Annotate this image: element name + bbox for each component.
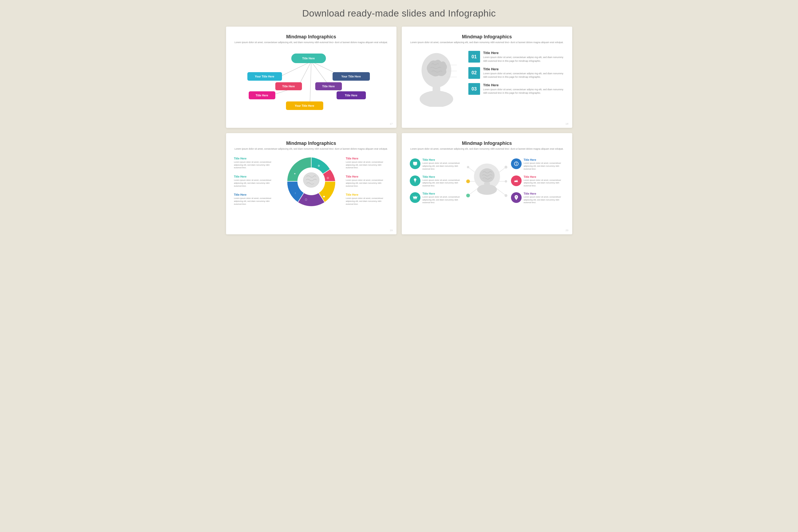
svg-point-44 <box>466 194 470 197</box>
list-item-2-text: Title Here Lorem ipsum dolor sit amet, c… <box>483 67 564 79</box>
net-left-2-text: Title Here Lorem ipsum dolor sit amet, c… <box>422 175 463 187</box>
node-right: Your Title Here <box>332 72 370 81</box>
net-right-3-icon <box>511 192 521 203</box>
net-right-2-text: Title Here Lorem ipsum dolor sit amet, c… <box>524 175 564 187</box>
svg-point-9 <box>420 91 453 107</box>
slide-2-title: Mindmap Infographics <box>410 34 564 40</box>
net-right-1-icon <box>511 158 521 169</box>
left-label-1-text: Lorem ipsum dolor sit amet, consectetuer… <box>234 161 277 169</box>
svg-point-45 <box>504 166 507 169</box>
slide-1-title: Mindmap Infographics <box>234 34 388 40</box>
node-far-left: Title Here <box>249 91 275 99</box>
list-item-1-text: Title Here Lorem ipsum dolor sit amet, c… <box>483 51 564 62</box>
right-label-2: Title Here Lorem ipsum dolor sit amet, c… <box>346 175 388 187</box>
badge-01: 01 <box>468 51 480 62</box>
net-right-3-text: Title Here Lorem ipsum dolor sit amet, c… <box>524 192 564 204</box>
slide-2-number: 18 <box>566 122 569 125</box>
net-left-1: Title Here Lorem ipsum dolor sit amet, c… <box>410 158 463 170</box>
list-item-3-title: Title Here <box>483 83 564 87</box>
node-left: Your Title Here <box>247 72 282 81</box>
net-left-2-icon <box>410 175 420 186</box>
svg-rect-29 <box>414 165 416 165</box>
slide-2-subtitle: Lorem ipsum dolor sit amet, consectetuer… <box>410 41 564 44</box>
list-item-3: 03 Title Here Lorem ipsum dolor sit amet… <box>468 83 564 95</box>
right-label-1-text: Lorem ipsum dolor sit amet, consectetuer… <box>346 161 388 169</box>
slide-4-subtitle: Lorem ipsum dolor sit amet, consectetuer… <box>410 147 564 150</box>
list-item-1: 01 Title Here Lorem ipsum dolor sit amet… <box>468 51 564 62</box>
wheel-center: ⚙ ◎ ◆ ⬡ ↑ ✦ <box>279 155 343 208</box>
slide-1-subtitle: Lorem ipsum dolor sit amet, consectetuer… <box>234 41 388 44</box>
node-far-right: Title Here <box>337 91 366 99</box>
svg-text:✦: ✦ <box>294 172 296 175</box>
badge-03: 03 <box>468 83 480 95</box>
svg-point-50 <box>477 185 497 195</box>
left-label-3: Title Here Lorem ipsum dolor sit amet, c… <box>234 193 277 206</box>
net-right-1-text: Title Here Lorem ipsum dolor sit amet, c… <box>524 158 564 170</box>
svg-point-48 <box>479 168 494 183</box>
slide-1: Mindmap Infographics Lorem ipsum dolor s… <box>226 26 397 128</box>
right-labels: Title Here Lorem ipsum dolor sit amet, c… <box>346 157 388 206</box>
slide-3: Mindmap Infographics Lorem ipsum dolor s… <box>226 133 397 234</box>
svg-line-5 <box>310 61 311 103</box>
net-left-3-text: Title Here Lorem ipsum dolor sit amet, c… <box>422 192 463 204</box>
svg-text:◆: ◆ <box>323 195 325 198</box>
slide-1-number: 17 <box>390 122 393 125</box>
net-right-2: Title Here Lorem ipsum dolor sit amet, c… <box>511 175 564 187</box>
right-label-1: Title Here Lorem ipsum dolor sit amet, c… <box>346 157 388 169</box>
network-left: Title Here Lorem ipsum dolor sit amet, c… <box>410 158 463 204</box>
wheel-layout: Title Here Lorem ipsum dolor sit amet, c… <box>234 155 388 208</box>
network-center <box>466 155 508 208</box>
svg-point-43 <box>466 179 470 183</box>
left-labels: Title Here Lorem ipsum dolor sit amet, c… <box>234 157 277 206</box>
right-label-2-title: Title Here <box>346 175 388 178</box>
list-item-2-desc: Lorem ipsum dolor sit amet, consectetuer… <box>483 72 564 79</box>
svg-point-37 <box>467 166 469 169</box>
slide-3-subtitle: Lorem ipsum dolor sit amet, consectetuer… <box>234 147 388 150</box>
left-label-1: Title Here Lorem ipsum dolor sit amet, c… <box>234 157 277 169</box>
brain-illustration <box>410 48 463 107</box>
left-label-2-text: Lorem ipsum dolor sit amet, consectetuer… <box>234 179 277 187</box>
slide-4: Mindmap Infographics Lorem ipsum dolor s… <box>402 133 572 234</box>
page-title: Download ready-made slides and Infograph… <box>5 8 793 19</box>
svg-text:◎: ◎ <box>326 176 329 179</box>
slide-4-title: Mindmap Infographics <box>410 140 564 146</box>
network-right: Title Here Lorem ipsum dolor sit amet, c… <box>511 158 564 204</box>
node-mid-left: Title Here <box>275 82 302 90</box>
svg-text:↑: ↑ <box>294 192 296 195</box>
left-label-3-text: Lorem ipsum dolor sit amet, consectetuer… <box>234 197 277 206</box>
net-left-1-icon <box>410 158 420 169</box>
svg-text:⬡: ⬡ <box>305 198 307 201</box>
network-layout: Title Here Lorem ipsum dolor sit amet, c… <box>410 155 564 208</box>
net-left-2: Title Here Lorem ipsum dolor sit amet, c… <box>410 175 463 187</box>
node-bottom: Your Title Here <box>286 101 323 110</box>
badge-02: 02 <box>468 67 480 79</box>
net-left-3: Title Here Lorem ipsum dolor sit amet, c… <box>410 192 463 204</box>
svg-rect-28 <box>413 162 417 165</box>
slide-2: Mindmap Infographics Lorem ipsum dolor s… <box>402 26 572 128</box>
left-label-2-title: Title Here <box>234 175 277 178</box>
right-label-3-title: Title Here <box>346 193 388 196</box>
net-right-2-icon <box>511 175 521 186</box>
left-label-1-title: Title Here <box>234 157 277 160</box>
list-item-2-title: Title Here <box>483 67 564 71</box>
slide-3-title: Mindmap Infographics <box>234 140 388 146</box>
slides-grid: Mindmap Infographics Lorem ipsum dolor s… <box>226 26 572 234</box>
left-label-3-title: Title Here <box>234 193 277 196</box>
right-label-1-title: Title Here <box>346 157 388 160</box>
slide-4-number: 20 <box>566 229 569 232</box>
svg-line-0 <box>278 61 311 77</box>
node-mid-right: Title Here <box>315 82 342 90</box>
net-right-1: Title Here Lorem ipsum dolor sit amet, c… <box>511 158 564 170</box>
node-center: Title Here <box>291 54 326 63</box>
list-item-1-title: Title Here <box>483 51 564 55</box>
svg-point-41 <box>505 180 507 183</box>
svg-point-46 <box>504 194 507 197</box>
net-left-3-icon <box>410 192 420 203</box>
svg-rect-30 <box>414 165 416 166</box>
right-label-2-text: Lorem ipsum dolor sit amet, consectetuer… <box>346 179 388 187</box>
net-right-3: Title Here Lorem ipsum dolor sit amet, c… <box>511 192 564 204</box>
list-item-2: 02 Title Here Lorem ipsum dolor sit amet… <box>468 67 564 79</box>
list-item-3-text: Title Here Lorem ipsum dolor sit amet, c… <box>483 83 564 95</box>
right-label-3: Title Here Lorem ipsum dolor sit amet, c… <box>346 193 388 206</box>
list-item-3-desc: Lorem ipsum dolor sit amet, consectetuer… <box>483 88 564 95</box>
